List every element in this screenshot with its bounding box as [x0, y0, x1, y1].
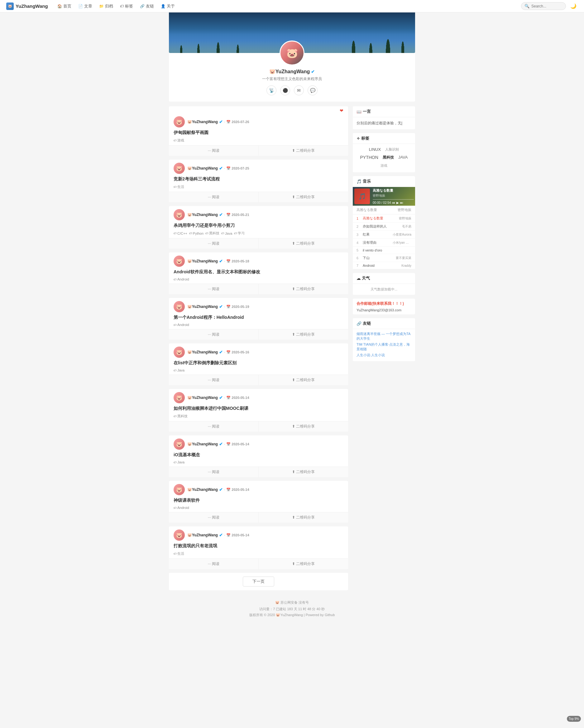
read-button[interactable]: ··· 阅读 [169, 421, 259, 432]
read-button[interactable]: ··· 阅读 [169, 284, 259, 294]
music-track-5[interactable]: 5 il vento d'oro [353, 247, 415, 254]
read-button[interactable]: ··· 阅读 [169, 375, 259, 385]
tag-blacktech[interactable]: 黑科技 [381, 154, 395, 161]
track-artist: Kraddy [393, 264, 412, 267]
share-button[interactable]: ⬆ 二维码分享 [259, 146, 348, 156]
post-title[interactable]: 在list中正序和倒序删除元素区别 [169, 360, 348, 368]
post-tag[interactable]: 黑科技 [205, 231, 219, 236]
read-button[interactable]: ··· 阅读 [169, 146, 259, 156]
friend-link-2[interactable]: TIM TIAN的个人播客·点淡之意，海景相随 [356, 342, 412, 352]
post-tag[interactable]: 游戏 [174, 138, 184, 143]
share-button[interactable]: ⬆ 二维码分享 [259, 284, 348, 294]
read-button[interactable]: ··· 阅读 [169, 238, 259, 249]
nav-item-articles[interactable]: 📄 文章 [75, 2, 95, 11]
post-tag[interactable]: 生活 [174, 184, 184, 189]
navbar: 🐷 YuZhangWang 🏠 首页 📄 文章 📁 归档 🏷 标签 🔗 友链 👤… [0, 0, 584, 12]
nav-item-about[interactable]: 👤 关于 [158, 2, 178, 11]
share-button[interactable]: ⬆ 二维码分享 [259, 559, 348, 569]
post-title[interactable]: 神级课表软件 [169, 498, 348, 506]
post-tag[interactable]: Java [174, 368, 185, 372]
post-title[interactable]: 打败流氓的只有老流氓 [169, 543, 348, 551]
nav-item-archive[interactable]: 📁 归档 [96, 2, 116, 11]
search-input[interactable] [531, 4, 562, 8]
friend-link-3[interactable]: 人生小说·人生小说 [356, 353, 412, 358]
hero-avatar: 🐷 [280, 41, 304, 66]
play-icon[interactable]: ▶ [396, 201, 399, 204]
music-track-2[interactable]: 2 亦如我这样的人 毛不易 [353, 223, 415, 231]
post-author-line: 🐷YuZhangWang ✔ · 📅 2020-05-14 [187, 532, 343, 538]
share-button[interactable]: ⬆ 二维码分享 [259, 421, 348, 432]
email-link[interactable]: ✉ [294, 85, 304, 95]
share-button[interactable]: ⬆ 二维码分享 [259, 467, 348, 477]
post-card: 🐷 🐷YuZhangWang ✔ · 📅 2020-05-14 如何利用油猴脚本… [169, 389, 348, 432]
post-title[interactable]: Android软件应用名、显示文本和图标的修改 [169, 269, 348, 277]
nav-item-home[interactable]: 🏠 首页 [54, 2, 75, 11]
share-button[interactable]: ⬆ 二维码分享 [259, 238, 348, 249]
next-icon[interactable]: ⏭ [400, 201, 403, 204]
search-box[interactable]: 🔍 [521, 2, 566, 10]
music-track-3[interactable]: 3 红果 小星星Aurora [353, 231, 415, 239]
post-tags: Java [169, 460, 348, 467]
post-tag[interactable]: Android [174, 277, 189, 281]
post-author: 🐷YuZhangWang [187, 166, 218, 171]
music-current-artist: 密野地振 [373, 193, 414, 198]
friend-link-1[interactable]: 烟雨迷离半世殇 — 一个梦想成为TA的大学生 [356, 332, 412, 341]
music-track-1[interactable]: 1 高雅なる数量 密野地振 [353, 214, 415, 223]
yiyan-text: 分别后的痛过都是体验，无| [356, 120, 412, 126]
contact-widget: 合作邮箱(快来联系我！！！) YuZhangWang233@163.com [353, 298, 415, 314]
read-button[interactable]: ··· 阅读 [169, 467, 259, 477]
post-actions: ··· 阅读 ⬆ 二维码分享 [169, 192, 348, 202]
post-actions: ··· 阅读 ⬆ 二维码分享 [169, 374, 348, 385]
tag-linux[interactable]: LINUX [368, 147, 382, 152]
share-button[interactable]: ⬆ 二维码分享 [259, 512, 348, 523]
track-artist: 小米/yan 新潮豆派 [393, 241, 412, 245]
post-tag[interactable]: 黑科技 [174, 414, 188, 419]
nav-item-tags[interactable]: 🏷 标签 [117, 2, 136, 11]
nav-label-articles: 文章 [84, 3, 92, 9]
post-title[interactable]: 杀鸡用宰牛刀还是宰牛用小剪刀 [169, 223, 348, 231]
rss-link[interactable]: 📡 [266, 85, 276, 95]
music-track-4[interactable]: 4 没有理由 小米/yan 新潮豆派 [353, 239, 415, 247]
post-title[interactable]: 如何利用油猴脚本进行中国MOOC刷课 [169, 406, 348, 414]
weibo-link[interactable]: 💬 [308, 85, 318, 95]
tag-face[interactable]: 人脸识别 [384, 147, 400, 152]
post-tag[interactable]: Python [189, 231, 204, 236]
nav-item-friends[interactable]: 🔗 友链 [137, 2, 157, 11]
share-button[interactable]: ⬆ 二维码分享 [259, 330, 348, 340]
post-title[interactable]: iO流基本概念 [169, 452, 348, 460]
post-tag[interactable]: Android [174, 506, 189, 510]
post-tag[interactable]: Java [174, 460, 185, 464]
music-track-6[interactable]: 6 下山 要不要买菜 [353, 254, 415, 262]
tag-python[interactable]: PYTHON [359, 154, 379, 161]
contact-email[interactable]: YuZhangWang233@163.com [356, 308, 412, 312]
post-tag[interactable]: C/C++ [174, 231, 187, 236]
prev-icon[interactable]: ⏮ [392, 201, 395, 204]
post-tag[interactable]: 生活 [174, 551, 184, 556]
post-title[interactable]: 伊甸园献祭平画圆 [169, 130, 348, 138]
post-tag[interactable]: Java [221, 231, 232, 236]
post-tag[interactable]: Android [174, 323, 189, 327]
read-button[interactable]: ··· 阅读 [169, 512, 259, 523]
github-link[interactable]: ⚫ [280, 85, 290, 95]
music-progress-bar[interactable] [373, 199, 414, 200]
post-tag[interactable]: 学习 [234, 231, 245, 236]
tag-game[interactable]: 游戏 [379, 163, 389, 168]
profile-name-text: 🐷YuZhangWang [269, 69, 310, 75]
next-page-button[interactable]: 下一页 [243, 576, 274, 587]
read-button[interactable]: ··· 阅读 [169, 330, 259, 340]
post-date: 📅 2020-05-16 [226, 350, 249, 354]
brand[interactable]: 🐷 YuZhangWang [6, 2, 48, 10]
share-button[interactable]: ⬆ 二维码分享 [259, 375, 348, 385]
share-button[interactable]: ⬆ 二维码分享 [259, 192, 348, 202]
post-date: 📅 2020-05-18 [226, 259, 249, 263]
tag-java[interactable]: JAVA [397, 154, 409, 161]
brand-name: YuZhangWang [16, 3, 48, 9]
post-title[interactable]: 第一个Android程序：HelloAndroid [169, 315, 348, 323]
read-button[interactable]: ··· 阅读 [169, 192, 259, 202]
post-title[interactable]: 竞新2考场科三考试流程 [169, 176, 348, 184]
footer-stats: 访问量：7 已建站 183 天 11 时 48 分 40 秒 [6, 607, 578, 612]
read-button[interactable]: ··· 阅读 [169, 559, 259, 569]
music-track-7[interactable]: 7 Android Kraddy [353, 262, 415, 269]
post-tags: Java [169, 368, 348, 374]
dark-mode-toggle[interactable]: 🌙 [569, 2, 578, 10]
